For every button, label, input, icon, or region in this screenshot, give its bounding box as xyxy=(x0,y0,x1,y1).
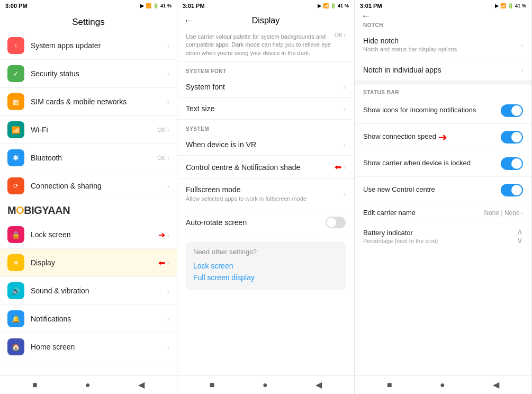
battery-indicator-arrows: ∧ ∨ xyxy=(517,228,523,245)
edit-carrier-value: None | None xyxy=(484,209,519,217)
notch-apps-label: Notch in individual apps xyxy=(363,66,521,74)
logo-text: MOBIGYAAN xyxy=(7,204,70,217)
speed-arrow: ➜ xyxy=(438,130,447,144)
sidebar-item-sound[interactable]: 🔊 Sound & vibration › xyxy=(0,277,177,305)
back-arrow-display[interactable]: ← xyxy=(184,15,193,26)
auto-rotate-item[interactable]: Auto-rotate screen xyxy=(177,210,354,235)
status-icons-2: ▶ 📶 🔋 41% xyxy=(318,3,349,8)
nav-circle-btn[interactable]: ● xyxy=(85,380,91,390)
statusbar-content: NOTCH Hide notch Notch and status bar di… xyxy=(355,20,531,375)
time-2: 3:01 PM xyxy=(183,3,205,9)
auto-rotate-label: Auto-rotate screen xyxy=(186,218,326,227)
sound-icon: 🔊 xyxy=(7,282,24,299)
nav-triangle-btn[interactable]: ◀ xyxy=(138,380,145,390)
panel-display: 3:01 PM ▶ 📶 🔋 41% ← Display Use carrier … xyxy=(177,0,355,394)
control-centre-label: Control centre & Notification shade xyxy=(186,163,335,172)
back-arrow-statusbar[interactable]: ← xyxy=(361,11,371,22)
fullscreen-item[interactable]: Fullscreen mode Allow selected apps to w… xyxy=(177,179,354,210)
show-speed-toggle[interactable] xyxy=(501,131,523,144)
nav-triangle-btn-3[interactable]: ◀ xyxy=(493,380,499,390)
section-divider xyxy=(355,81,531,85)
nav-square-btn-2[interactable]: ■ xyxy=(210,380,215,390)
system-apps-icon: ↑ xyxy=(7,37,24,54)
statusbar-header: ← xyxy=(355,12,531,20)
status-icons-3: ▶ 📶 🔋 41% xyxy=(495,3,526,8)
show-carrier-item[interactable]: Show carrier when device is locked xyxy=(355,150,531,177)
chevron-icon: › xyxy=(521,66,523,74)
chevron-icon: › xyxy=(167,182,169,190)
fullscreen-sub: Allow selected apps to work in fullscree… xyxy=(186,195,344,203)
text-size-item[interactable]: Text size › xyxy=(177,98,354,120)
chevron-icon: › xyxy=(167,42,169,50)
new-control-item[interactable]: Use new Control centre xyxy=(355,177,531,203)
show-carrier-label: Show carrier when device is locked xyxy=(363,159,501,168)
dark-mode-chevron: › xyxy=(344,32,346,38)
chevron-icon: › xyxy=(167,259,169,267)
sidebar-item-connection[interactable]: ⟳ Connection & sharing › xyxy=(0,172,177,200)
sidebar-item-bluetooth[interactable]: ✱ Bluetooth Off › xyxy=(0,144,177,172)
auto-rotate-toggle[interactable] xyxy=(326,217,346,228)
show-carrier-toggle[interactable] xyxy=(501,157,523,170)
hide-notch-item[interactable]: Hide notch Notch and status bar display … xyxy=(355,30,531,59)
chevron-icon: › xyxy=(344,141,346,149)
system-font-item[interactable]: System font › xyxy=(177,76,354,98)
chevron-icon: › xyxy=(344,105,346,113)
chevron-icon: › xyxy=(167,126,169,134)
sidebar-item-system-apps[interactable]: ↑ System apps updater › xyxy=(0,32,177,60)
chevron-icon: › xyxy=(167,287,169,295)
wifi-status: Off xyxy=(157,127,165,133)
show-icons-toggle[interactable] xyxy=(501,104,523,117)
need-settings-fullscreen-link[interactable]: Full screen display xyxy=(193,272,338,283)
show-speed-item[interactable]: Show connection speed ➜ xyxy=(355,124,531,150)
need-settings-lock-link[interactable]: Lock screen xyxy=(193,260,338,272)
record-icon: ▶ xyxy=(140,3,144,8)
time-1: 3:00 PM xyxy=(5,3,28,9)
fullscreen-label: Fullscreen mode xyxy=(186,185,344,194)
display-arrow: ⬅ xyxy=(158,258,165,268)
show-icons-label: Show icons for incoming notifications xyxy=(363,106,501,115)
sidebar-item-display[interactable]: ☀ Display ⬅ › xyxy=(0,249,177,277)
battery-level: 41 xyxy=(160,3,166,8)
sidebar-item-notifications[interactable]: 🔔 Notifications › xyxy=(0,305,177,333)
home-icon: 🏠 xyxy=(7,338,24,355)
nav-circle-btn-3[interactable]: ● xyxy=(440,380,445,390)
lock-screen-arrow: ➜ xyxy=(158,230,165,240)
security-label: Security status xyxy=(31,69,167,78)
show-icons-item[interactable]: Show icons for incoming notifications xyxy=(355,97,531,124)
dark-mode-item[interactable]: Use carrier colour palette for system ba… xyxy=(177,30,354,62)
need-settings-box: Need other settings? Lock screen Full sc… xyxy=(186,241,346,290)
control-centre-item[interactable]: Control centre & Notification shade ⬅ › xyxy=(177,156,354,179)
sidebar-item-wifi[interactable]: 📶 Wi-Fi Off › xyxy=(0,116,177,144)
battery-indicator-item[interactable]: Battery indicator Percentage (next to th… xyxy=(355,222,531,250)
nav-triangle-btn-2[interactable]: ◀ xyxy=(315,380,322,390)
vr-item[interactable]: When device is in VR › xyxy=(177,134,354,156)
sidebar-item-sim[interactable]: ▦ SIM cards & mobile networks › xyxy=(0,88,177,116)
notch-apps-item[interactable]: Notch in individual apps › xyxy=(355,59,531,81)
sidebar-item-security[interactable]: ✓ Security status › xyxy=(0,60,177,88)
chevron-icon: › xyxy=(167,98,169,106)
battery-indicator-sub: Percentage (next to the icon) xyxy=(363,238,517,244)
settings-title: Settings xyxy=(0,12,177,32)
panel-settings: 3:00 PM ▶ 📶 🔋 41% Settings ↑ System apps… xyxy=(0,0,177,394)
display-header: ← Display xyxy=(177,12,354,30)
nav-square-btn-3[interactable]: ■ xyxy=(387,380,392,390)
battery-icon-2: 🔋 xyxy=(330,3,336,8)
battery-level-3: 41 xyxy=(515,3,520,8)
need-settings-title: Need other settings? xyxy=(193,248,338,256)
time-3: 3:01 PM xyxy=(360,3,382,9)
control-arrow: ⬅ xyxy=(335,162,341,172)
vr-label: When device is in VR xyxy=(186,140,344,149)
edit-carrier-item[interactable]: Edit carrier name None | None › xyxy=(355,203,531,222)
bottom-nav-2: ■ ● ◀ xyxy=(177,375,354,394)
bluetooth-status: Off xyxy=(157,155,165,161)
nav-square-btn[interactable]: ■ xyxy=(32,380,38,390)
logo-banner: MOBIGYAAN xyxy=(0,200,177,221)
panel-status-bar: 3:01 PM ▶ 📶 🔋 41% ← NOTCH Hide notch Not… xyxy=(355,0,532,394)
new-control-toggle[interactable] xyxy=(501,184,523,196)
lock-screen-label: Lock screen xyxy=(31,230,158,239)
chevron-icon: › xyxy=(167,231,169,239)
hide-notch-label: Hide notch xyxy=(363,37,521,45)
sidebar-item-lock-screen[interactable]: 🔒 Lock screen ➜ › xyxy=(0,221,177,249)
nav-circle-btn-2[interactable]: ● xyxy=(263,380,268,390)
sidebar-item-home[interactable]: 🏠 Home screen › xyxy=(0,333,177,361)
